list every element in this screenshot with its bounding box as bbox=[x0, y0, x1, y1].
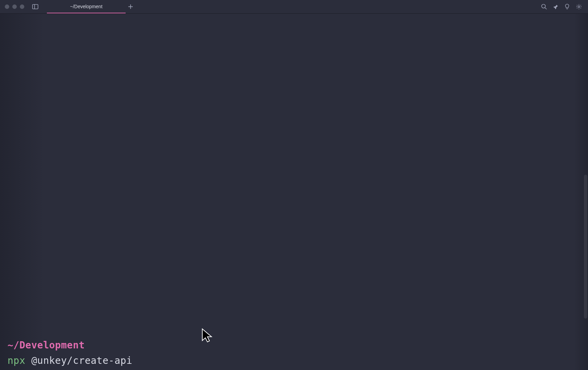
close-window-button[interactable] bbox=[5, 4, 9, 9]
lightbulb-icon bbox=[565, 4, 570, 10]
new-tab-button[interactable] bbox=[126, 0, 135, 13]
minimize-window-button[interactable] bbox=[12, 4, 17, 9]
toolbar-right bbox=[541, 4, 585, 10]
scrollbar-thumb[interactable] bbox=[584, 175, 587, 319]
command-arguments: @unkey/create-api bbox=[25, 355, 132, 366]
window-controls bbox=[3, 4, 24, 9]
prompt-cwd: ~/Development bbox=[8, 338, 587, 353]
command-line[interactable]: npx @unkey/create-api bbox=[8, 353, 587, 369]
title-bar: ~/Development bbox=[0, 0, 588, 14]
shadow-left bbox=[0, 14, 44, 370]
search-button[interactable] bbox=[541, 4, 547, 10]
search-icon bbox=[541, 4, 547, 10]
tab-development[interactable]: ~/Development bbox=[47, 0, 126, 13]
plus-icon bbox=[128, 4, 133, 9]
panel-toggle-button[interactable] bbox=[32, 3, 39, 10]
terminal-viewport[interactable]: ~/Development npx @unkey/create-api bbox=[0, 14, 588, 370]
panel-icon bbox=[32, 4, 38, 9]
tab-bar: ~/Development bbox=[47, 0, 135, 13]
maximize-window-button[interactable] bbox=[20, 4, 24, 9]
svg-point-4 bbox=[541, 4, 545, 8]
svg-line-5 bbox=[545, 8, 547, 9]
prompt-area: ~/Development npx @unkey/create-api bbox=[0, 338, 588, 370]
svg-rect-0 bbox=[33, 4, 38, 9]
tab-title: ~/Development bbox=[70, 4, 103, 9]
pin-icon bbox=[553, 4, 558, 10]
hint-button[interactable] bbox=[564, 4, 570, 10]
gear-icon bbox=[576, 4, 582, 10]
pin-button[interactable] bbox=[552, 4, 559, 10]
settings-button[interactable] bbox=[576, 4, 582, 10]
command-executable: npx bbox=[8, 355, 25, 366]
svg-point-7 bbox=[578, 6, 580, 8]
